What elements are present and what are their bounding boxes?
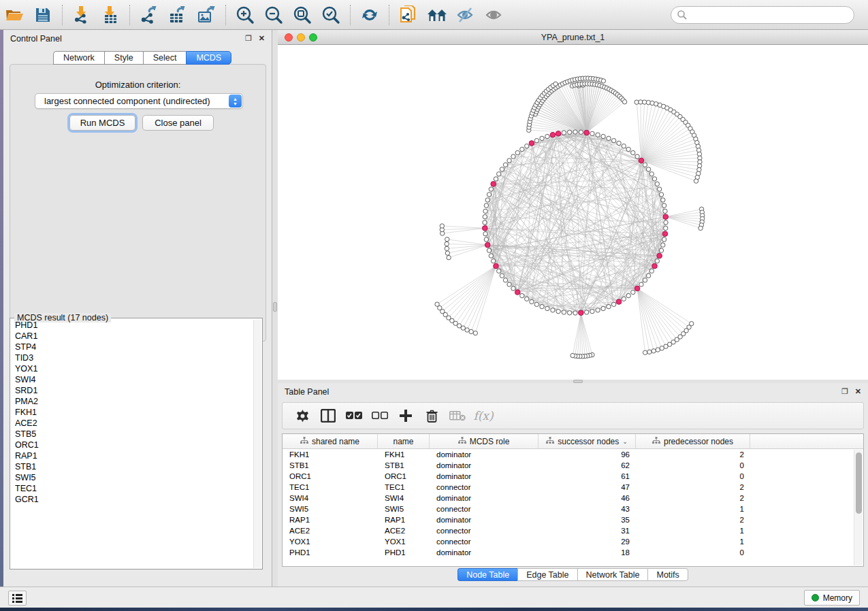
- scrollbar-thumb[interactable]: [856, 452, 862, 514]
- optimization-criterion-select[interactable]: largest connected component (undirected)…: [35, 93, 243, 109]
- table-row[interactable]: STB1STB1dominator620: [283, 460, 863, 471]
- table-row[interactable]: ORC1ORC1dominator610: [283, 471, 863, 482]
- node-table-body: FKH1FKH1dominator962STB1STB1dominator620…: [283, 449, 863, 558]
- column-header-successor-nodes[interactable]: successor nodes⌄: [539, 434, 636, 448]
- mcds-result-item[interactable]: YOX1: [11, 363, 253, 374]
- cell-name: STB1: [378, 460, 430, 471]
- select-all-icon[interactable]: [344, 406, 364, 426]
- mcds-result-item[interactable]: CAR1: [11, 331, 253, 342]
- delete-row-icon[interactable]: [421, 406, 442, 426]
- mcds-result-item[interactable]: PMA2: [11, 396, 253, 407]
- import-table-icon[interactable]: [99, 3, 122, 27]
- tab-style[interactable]: Style: [104, 51, 143, 65]
- add-row-icon[interactable]: [396, 406, 416, 426]
- table-row[interactable]: RAP1RAP1dominator352: [283, 514, 863, 525]
- column-header-name[interactable]: name: [378, 434, 430, 448]
- network-graph[interactable]: [278, 45, 868, 380]
- tab-network-table[interactable]: Network Table: [577, 568, 648, 581]
- delete-table-icon: [447, 406, 468, 426]
- table-row[interactable]: SWI5SWI5connector431: [283, 503, 863, 514]
- mcds-result-list[interactable]: PHD1CAR1STP4TID3YOX1SWI4SRD1PMA2FKH1ACE2…: [11, 320, 253, 568]
- tab-edge-table[interactable]: Edge Table: [517, 568, 577, 581]
- table-row[interactable]: FKH1FKH1dominator962: [283, 449, 863, 460]
- memory-label: Memory: [823, 593, 852, 603]
- save-session-icon[interactable]: [31, 3, 54, 27]
- new-network-from-selection-icon[interactable]: [397, 3, 420, 27]
- memory-button[interactable]: Memory: [804, 590, 860, 606]
- mcds-result-item[interactable]: SRD1: [11, 385, 253, 396]
- close-panel-button[interactable]: Close panel: [142, 115, 214, 131]
- mcds-result-item[interactable]: TID3: [11, 352, 253, 363]
- tab-motifs[interactable]: Motifs: [647, 568, 688, 581]
- vertical-splitter[interactable]: [272, 30, 278, 587]
- export-image-icon[interactable]: [195, 3, 218, 27]
- mcds-result-item[interactable]: ACE2: [11, 418, 253, 429]
- mcds-result-box: MCDS result (17 nodes) PHD1CAR1STP4TID3Y…: [10, 318, 263, 569]
- mcds-result-item[interactable]: GCR1: [11, 494, 253, 505]
- mcds-result-item[interactable]: SWI5: [11, 472, 253, 483]
- window-close-button[interactable]: [285, 33, 293, 42]
- show-all-networks-icon[interactable]: [425, 3, 449, 27]
- table-options-icon[interactable]: [292, 406, 312, 426]
- hide-selected-icon[interactable]: [454, 3, 477, 27]
- search-input[interactable]: [671, 6, 854, 24]
- window-minimize-button[interactable]: [297, 33, 305, 42]
- cell-MCDS-role: dominator: [430, 460, 539, 471]
- main-toolbar: [0, 0, 868, 30]
- cell-MCDS-role: dominator: [430, 449, 539, 460]
- show-hidden-icon[interactable]: [483, 3, 506, 27]
- cell-successor-nodes: 35: [539, 514, 636, 525]
- tab-mcds[interactable]: MCDS: [186, 51, 231, 65]
- splitter-grip[interactable]: [273, 302, 277, 312]
- column-header-predecessor-nodes[interactable]: predecessor nodes: [636, 434, 750, 448]
- cell-MCDS-role: connector: [430, 536, 539, 547]
- close-panel-icon[interactable]: ✕: [855, 387, 861, 396]
- float-panel-icon[interactable]: ❐: [245, 34, 252, 43]
- toolbar-separator: [350, 5, 351, 25]
- table-row[interactable]: TEC1TEC1connector472: [283, 482, 863, 493]
- mcds-result-item[interactable]: TEC1: [11, 483, 253, 494]
- mcds-result-item[interactable]: STB1: [11, 461, 253, 472]
- table-scrollbar[interactable]: [854, 450, 863, 565]
- zoom-fit-icon[interactable]: [291, 3, 314, 27]
- selected-option-label: largest connected component (undirected): [44, 96, 210, 106]
- table-row[interactable]: YOX1YOX1connector291: [283, 536, 863, 547]
- refresh-layout-icon[interactable]: [358, 3, 381, 27]
- mcds-list-scrollbar[interactable]: [253, 320, 261, 568]
- tab-network[interactable]: Network: [53, 51, 104, 65]
- mcds-result-item[interactable]: PHD1: [11, 320, 253, 331]
- mcds-result-item[interactable]: RAP1: [11, 450, 253, 461]
- tab-node-table[interactable]: Node Table: [457, 568, 517, 581]
- export-network-icon[interactable]: [138, 3, 161, 27]
- column-header-shared-name[interactable]: shared name: [283, 434, 378, 448]
- mcds-result-item[interactable]: FKH1: [11, 407, 253, 418]
- table-row[interactable]: ACE2ACE2connector311: [283, 525, 863, 536]
- column-header-MCDS-role[interactable]: MCDS role: [430, 434, 539, 448]
- mcds-result-item[interactable]: SWI4: [11, 374, 253, 385]
- close-panel-icon[interactable]: ✕: [259, 34, 265, 43]
- float-panel-icon[interactable]: ❐: [841, 387, 848, 396]
- hierarchy-icon: [300, 437, 308, 446]
- tab-select[interactable]: Select: [143, 51, 187, 65]
- network-window-titlebar[interactable]: YPA_prune.txt_1: [278, 30, 868, 45]
- automation-menu-button[interactable]: [8, 591, 27, 606]
- mcds-result-item[interactable]: ORC1: [11, 440, 253, 450]
- table-row[interactable]: SWI4SWI4dominator462: [283, 493, 863, 503]
- zoom-in-icon[interactable]: [234, 3, 257, 27]
- show-columns-icon[interactable]: [318, 406, 338, 426]
- open-session-icon[interactable]: [3, 3, 26, 27]
- mcds-result-item[interactable]: STB5: [11, 429, 253, 440]
- cell-successor-nodes: 29: [539, 536, 636, 547]
- export-table-icon[interactable]: [166, 3, 189, 27]
- cell-shared-name: ACE2: [283, 525, 378, 536]
- import-network-icon[interactable]: [70, 3, 93, 27]
- search-icon: [677, 10, 688, 20]
- run-mcds-button[interactable]: Run MCDS: [69, 115, 135, 131]
- zoom-selected-icon[interactable]: [319, 3, 342, 27]
- deselect-all-icon[interactable]: [370, 406, 390, 426]
- cell-shared-name: YOX1: [283, 536, 378, 547]
- zoom-out-icon[interactable]: [262, 3, 285, 27]
- table-row[interactable]: PHD1PHD1dominator180: [283, 547, 863, 558]
- window-zoom-button[interactable]: [309, 33, 317, 42]
- mcds-result-item[interactable]: STP4: [11, 342, 253, 352]
